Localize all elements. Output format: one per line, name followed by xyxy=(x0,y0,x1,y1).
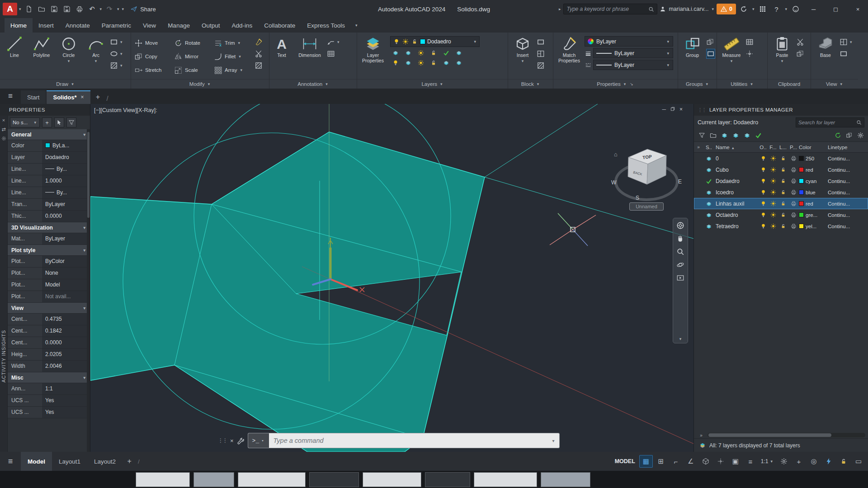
sync-icon[interactable] xyxy=(738,3,750,15)
layer-row-current[interactable]: Dodaedro cyan Continu... xyxy=(694,175,868,187)
col-plot[interactable]: P... xyxy=(788,145,799,150)
help-chevron-icon[interactable]: ▾ xyxy=(784,7,788,11)
save-icon[interactable] xyxy=(48,3,60,15)
layer-thaw-all-icon[interactable] xyxy=(416,59,425,67)
layer-on-icon[interactable] xyxy=(758,212,768,218)
base-button[interactable]: Base xyxy=(812,34,839,58)
array-button[interactable]: Array▾ xyxy=(212,66,252,75)
notification-badge[interactable]: 0 xyxy=(717,4,736,14)
tab-annotate[interactable]: Annotate xyxy=(60,18,96,33)
command-customize-icon[interactable] xyxy=(237,437,245,445)
tab-output[interactable]: Output xyxy=(196,18,226,33)
layer-on-icon[interactable] xyxy=(758,155,768,161)
redo-chevron-icon[interactable]: ▾ xyxy=(116,7,120,11)
new-layout-icon[interactable]: + xyxy=(123,452,136,471)
prop-row[interactable]: UCS ...Yes xyxy=(8,395,90,407)
layer-dropdown[interactable]: Dodaedro ▾ xyxy=(390,36,480,47)
taskbar-thumbnail[interactable] xyxy=(541,472,590,487)
polyline-button[interactable]: Polyline xyxy=(28,34,55,58)
apps-icon[interactable] xyxy=(757,3,769,15)
app-menu-chevron-icon[interactable]: ▾ xyxy=(18,7,22,11)
properties-palette-title[interactable]: PROPERTIES xyxy=(0,104,90,116)
explode-button[interactable] xyxy=(255,61,263,70)
layer-lock-icon[interactable] xyxy=(778,212,788,218)
move-button[interactable]: Move xyxy=(132,39,172,47)
prop-row[interactable]: Thic...0.0000 xyxy=(8,211,90,222)
command-prompt-icon[interactable]: >_▾ xyxy=(248,433,269,448)
palette-autohide-icon[interactable]: ⇄ xyxy=(1,127,5,132)
save-as-icon[interactable] xyxy=(61,3,73,15)
layer-row[interactable]: 0 250 Continu... xyxy=(694,153,868,164)
write-block-button[interactable] xyxy=(537,49,545,59)
section-general[interactable]: General▾ xyxy=(8,129,90,140)
section-view[interactable]: View▾ xyxy=(8,303,90,314)
cut-button[interactable] xyxy=(796,37,804,47)
linetype-icon[interactable] xyxy=(585,61,592,69)
layer-on-icon[interactable] xyxy=(758,178,768,184)
panel-groups-label[interactable]: Groups▾ xyxy=(678,79,717,89)
edit-polyline-button[interactable] xyxy=(255,37,263,47)
new-property-filter-icon[interactable] xyxy=(698,131,706,140)
layer-freeze-icon[interactable] xyxy=(416,49,425,57)
scale-button[interactable]: Scale xyxy=(172,66,212,75)
layout1-tab[interactable]: Layout1 xyxy=(52,452,87,471)
lock-ui-icon[interactable] xyxy=(837,455,850,468)
zoom-icon[interactable] xyxy=(676,247,685,256)
keyword-search-input[interactable] xyxy=(566,6,648,12)
layer-lock-icon[interactable] xyxy=(429,49,438,57)
tab-add-ins[interactable]: Add-ins xyxy=(226,18,258,33)
line-button[interactable]: Line xyxy=(1,34,28,58)
search-expand-icon[interactable]: ▸ xyxy=(558,7,562,11)
panel-block-label[interactable]: Block▾ xyxy=(508,79,553,89)
section-misc[interactable]: Misc▾ xyxy=(8,372,90,383)
lineweight-toggle-icon[interactable]: ≡ xyxy=(744,455,757,468)
taskbar-thumbnail[interactable] xyxy=(425,472,470,487)
layer-freeze-icon[interactable] xyxy=(768,167,778,173)
stretch-button[interactable]: Stretch xyxy=(132,66,172,75)
new-drawing-tab-icon[interactable]: + xyxy=(91,90,105,104)
layer-search-input[interactable] xyxy=(798,120,856,125)
layer-lock-icon[interactable] xyxy=(778,189,788,195)
selection-type-dropdown[interactable]: No s...▾ xyxy=(10,117,40,127)
layer-on-icon[interactable] xyxy=(758,167,768,173)
layer-plot-icon[interactable] xyxy=(788,223,799,229)
prop-row[interactable]: Ann...1:1 xyxy=(8,383,90,395)
layer-on-icon[interactable] xyxy=(758,223,768,229)
prop-row[interactable]: Line...1.0000 xyxy=(8,175,90,187)
isodraft-icon[interactable] xyxy=(699,455,712,468)
rectangle-tool-button[interactable]: ▾ xyxy=(110,37,123,47)
new-frozen-layer-icon[interactable] xyxy=(731,131,740,140)
arc-button[interactable]: Arc▾ xyxy=(83,34,109,63)
tab-home[interactable]: Home xyxy=(5,18,33,33)
clean-screen-icon[interactable]: ▭ xyxy=(852,455,865,468)
minimize-button[interactable]: ─ xyxy=(803,0,824,18)
table-button[interactable] xyxy=(327,49,340,59)
prop-row[interactable]: Line...By... xyxy=(8,164,90,175)
prop-row[interactable]: Cent...0.0000 xyxy=(8,337,90,349)
taskbar-thumbnail[interactable] xyxy=(474,472,537,487)
drawing-canvas[interactable]: W S E TOP BACK ⌂ xyxy=(90,104,693,452)
viewport-restore-icon[interactable] xyxy=(670,106,675,113)
layer-row[interactable]: Icoedro blue Continu... xyxy=(694,187,868,198)
viewport-controls[interactable]: [−][Custom View][X-Ray]: xyxy=(94,107,157,113)
layer-plot-icon[interactable] xyxy=(788,212,799,218)
layer-freeze-icon[interactable] xyxy=(768,189,778,195)
snap-toggle-icon[interactable]: ⊞ xyxy=(654,455,668,468)
layer-lock-icon[interactable] xyxy=(778,167,788,173)
share-button[interactable]: Share xyxy=(130,5,156,13)
polar-tracking-icon[interactable]: ∠ xyxy=(684,455,698,468)
prop-row[interactable]: Line...By... xyxy=(8,187,90,199)
col-freeze[interactable]: F... xyxy=(768,145,778,150)
tab-collaborate[interactable]: Collaborate xyxy=(258,18,301,33)
group-edit-button[interactable] xyxy=(706,49,715,59)
graphics-performance-icon[interactable] xyxy=(822,455,835,468)
col-on[interactable]: O.. xyxy=(758,145,768,150)
section-plot-style[interactable]: Plot style▾ xyxy=(8,245,90,256)
layer-lock-icon[interactable] xyxy=(778,201,788,206)
hatch-tool-button[interactable]: ▾ xyxy=(110,61,123,70)
layer-row-selected[interactable]: Linhas auxil red Continu... xyxy=(694,198,868,209)
layer-plot-icon[interactable] xyxy=(788,155,799,161)
taskbar-thumbnail[interactable] xyxy=(363,472,421,487)
filter-pane-chevron-icon[interactable]: » xyxy=(694,145,703,150)
col-lock[interactable]: L... xyxy=(778,145,788,150)
